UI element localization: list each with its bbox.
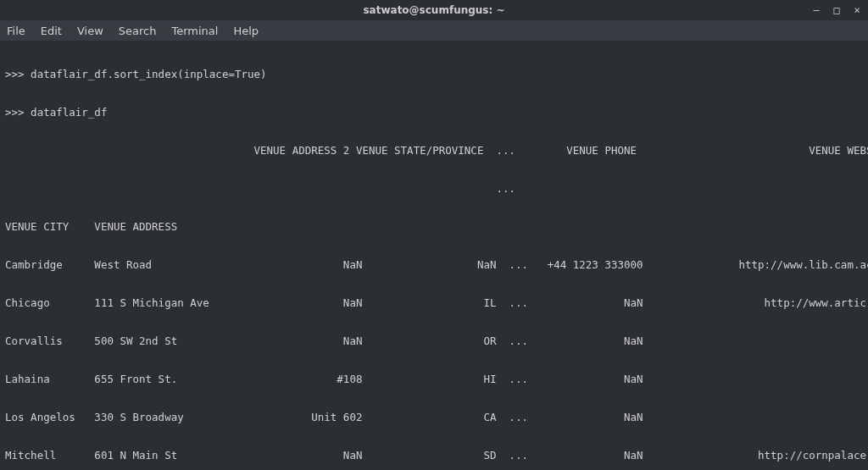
close-button[interactable]: × xyxy=(851,4,863,16)
dataframe-header-break: ... xyxy=(5,182,863,195)
menu-search[interactable]: Search xyxy=(119,25,157,37)
titlebar: satwato@scumfungus: ~ — □ × xyxy=(0,0,868,20)
dataframe-row: Lahaina 655 Front St. #108 HI ... NaN Na… xyxy=(5,373,863,385)
terminal-body[interactable]: >>> dataflair_df.sort_index(inplace=True… xyxy=(0,41,868,470)
maximize-button[interactable]: □ xyxy=(831,4,843,16)
menubar: File Edit View Search Terminal Help xyxy=(0,20,868,41)
input-line: >>> dataflair_df xyxy=(5,106,863,119)
dataframe-row: Los Angelos 330 S Broadway Unit 602 CA .… xyxy=(5,411,863,423)
dataframe-index-header: VENUE CITY VENUE ADDRESS xyxy=(5,220,863,233)
window-controls: — □ × xyxy=(810,4,863,16)
minimize-button[interactable]: — xyxy=(810,4,822,16)
prompt: >>> xyxy=(5,106,31,119)
command-text: dataflair_df xyxy=(31,106,107,119)
menu-help[interactable]: Help xyxy=(233,25,259,37)
command-text: dataflair_df.sort_index(inplace=True) xyxy=(31,68,266,80)
window-title: satwato@scumfungus: ~ xyxy=(0,4,868,16)
dataframe-row: Chicago 111 S Michigan Ave NaN IL ... Na… xyxy=(5,296,863,309)
menu-view[interactable]: View xyxy=(77,25,103,37)
input-line: >>> dataflair_df.sort_index(inplace=True… xyxy=(5,68,863,80)
menu-edit[interactable]: Edit xyxy=(41,25,62,37)
dataframe-header-row: VENUE ADDRESS 2 VENUE STATE/PROVINCE ...… xyxy=(5,144,863,157)
dataframe-row: Corvallis 500 SW 2nd St NaN OR ... NaN N… xyxy=(5,335,863,347)
menu-terminal[interactable]: Terminal xyxy=(171,25,218,37)
dataframe-row: Mitchell 601 N Main St NaN SD ... NaN ht… xyxy=(5,449,863,462)
dataframe-row: Cambridge West Road NaN NaN ... +44 1223… xyxy=(5,258,863,271)
prompt: >>> xyxy=(5,68,31,80)
terminal-window: satwato@scumfungus: ~ — □ × File Edit Vi… xyxy=(0,0,868,470)
menu-file[interactable]: File xyxy=(7,25,25,37)
